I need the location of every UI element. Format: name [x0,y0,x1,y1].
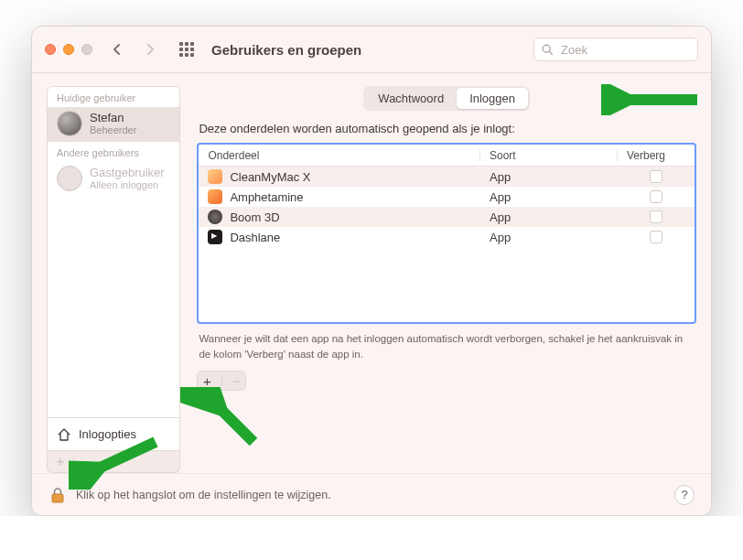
show-all-button[interactable] [175,38,199,61]
back-button[interactable] [105,38,129,61]
lock-icon[interactable] [48,486,67,504]
app-icon [208,189,222,204]
login-options-row[interactable]: Inlogopties [47,418,180,451]
user-row-guest[interactable]: Gastgebruiker Alleen inloggen [48,162,179,197]
svg-line-1 [549,51,552,54]
search-input[interactable] [559,42,690,58]
add-remove-login-item: + − [197,371,246,391]
user-name: Stefan [90,112,136,125]
cell-kind: App [480,170,618,184]
col-item[interactable]: Onderdeel [199,149,480,162]
table-row[interactable]: Boom 3D App [199,207,695,227]
app-icon [208,210,222,224]
svg-rect-4 [52,494,63,502]
cell-kind: App [480,190,618,204]
main-panel: Wachtwoord Inloggen Deze onderdelen word… [197,86,696,473]
table-body: CleanMyMac X App Amphetamine App Boom 3D… [199,167,695,247]
current-user-header: Huidige gebruiker [48,87,179,107]
add-login-item-button[interactable]: + [203,373,211,389]
other-users-header: Andere gebruikers [48,142,179,162]
add-user-button: + [48,455,73,469]
user-role: Alleen inloggen [90,179,165,190]
avatar [57,111,82,136]
login-options-label: Inlogopties [79,427,136,441]
cell-name: CleanMyMac X [230,170,310,184]
table-row[interactable]: Amphetamine App [199,187,695,207]
login-items-table[interactable]: Onderdeel Soort Verberg CleanMyMac X App… [197,143,696,324]
zoom-window-button[interactable] [81,44,92,55]
hide-hint-text: Wanneer je wilt dat een app na het inlog… [199,331,695,361]
hide-checkbox[interactable] [650,231,662,243]
user-name: Gastgebruiker [90,167,165,180]
minimize-window-button[interactable] [63,44,74,55]
footer: Klik op het hangslot om de instellingen … [32,473,711,515]
avatar [57,166,82,191]
help-button[interactable]: ? [674,485,695,505]
window-title: Gebruikers en groepen [211,42,361,58]
tab-login-items[interactable]: Inloggen [457,88,528,109]
cell-name: Boom 3D [230,210,279,224]
svg-line-3 [208,396,253,442]
hide-checkbox[interactable] [650,170,662,183]
annotation-arrow-icon [601,84,702,115]
user-role: Beheerder [90,124,136,135]
user-row-current[interactable]: Stefan Beheerder [48,107,179,142]
table-row[interactable]: Dashlane App [199,227,695,247]
lock-hint-text: Klik op het hangslot om de instellingen … [76,489,331,501]
app-icon [208,230,222,244]
search-icon [542,44,554,56]
login-items-description: Deze onderdelen worden automatisch geope… [199,122,695,135]
remove-user-button: − [74,455,100,469]
segmented-control: Wachtwoord Inloggen [363,86,530,111]
col-kind[interactable]: Soort [480,149,618,162]
table-header: Onderdeel Soort Verberg [199,145,695,167]
app-icon [208,169,222,184]
col-hide[interactable]: Verberg [618,149,695,162]
hide-checkbox[interactable] [650,190,662,203]
cell-kind: App [480,231,618,244]
toolbar: Gebruikers en groepen [32,27,711,72]
sidebar-add-remove: + − [47,451,180,473]
search-field[interactable] [533,38,698,61]
remove-login-item-button[interactable]: − [232,373,241,389]
preferences-window: Gebruikers en groepen Huidige gebruiker … [31,26,712,516]
annotation-arrow-icon [180,387,263,451]
tab-password[interactable]: Wachtwoord [365,88,457,109]
forward-button [138,38,162,61]
window-controls [45,44,92,55]
table-row[interactable]: CleanMyMac X App [199,167,695,187]
hide-checkbox[interactable] [650,210,662,223]
close-window-button[interactable] [45,44,56,55]
cell-name: Dashlane [230,231,280,244]
home-icon [57,427,71,442]
cell-kind: App [480,210,618,224]
users-sidebar: Huidige gebruiker Stefan Beheerder Ander… [47,86,180,473]
cell-name: Amphetamine [230,190,303,204]
